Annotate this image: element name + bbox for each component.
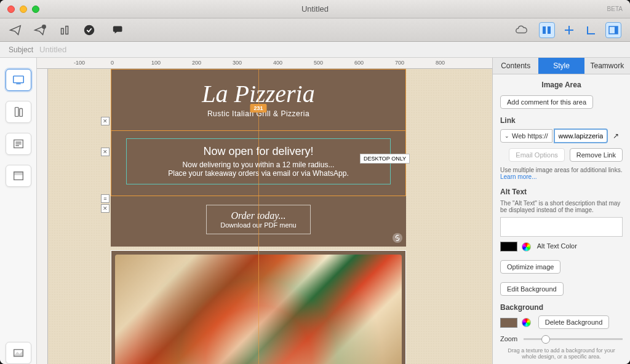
device-rail xyxy=(0,58,37,364)
titlebar: Untitled BETA xyxy=(0,0,630,18)
close-icon[interactable] xyxy=(7,6,15,13)
canvas[interactable]: -100 0 100 200 300 400 500 600 700 800 ✕… xyxy=(37,58,492,364)
ruler-vertical xyxy=(37,69,48,364)
tab-contents[interactable]: Contents xyxy=(493,58,538,74)
chat-icon[interactable] xyxy=(112,23,126,37)
position-badge: 231 xyxy=(250,104,266,113)
bottom-rail-button[interactable] xyxy=(6,342,31,364)
send-icon[interactable] xyxy=(9,23,22,37)
bg-color-swatch[interactable] xyxy=(500,318,517,328)
window-title: Untitled xyxy=(0,4,630,14)
inspector-tabs: Contents Style Teamwork xyxy=(493,58,630,74)
block-handle[interactable]: ≡ xyxy=(101,194,110,203)
svg-rect-5 xyxy=(548,26,551,34)
link-scheme-select[interactable]: ⌄ Web https:// xyxy=(500,129,552,143)
alt-label: Alt Text xyxy=(500,188,623,196)
block-handle[interactable]: ✕ xyxy=(101,204,110,213)
inspector-toggle-icon[interactable] xyxy=(605,22,621,38)
beta-badge: BETA xyxy=(607,6,623,12)
window-controls xyxy=(7,6,39,13)
link-icon xyxy=(393,233,402,243)
svg-point-0 xyxy=(42,25,46,28)
delete-background-button[interactable]: Delete Background xyxy=(538,315,610,329)
zoom-slider[interactable] xyxy=(524,338,623,340)
add-comment-button[interactable]: Add comment for this area xyxy=(500,95,593,109)
svg-point-3 xyxy=(84,25,95,35)
section-title: Image Area xyxy=(500,81,623,89)
ruler-horizontal: -100 0 100 200 300 400 500 600 700 800 xyxy=(37,58,492,69)
learn-more-link[interactable]: Learn more... xyxy=(500,173,623,180)
layout-columns-icon[interactable] xyxy=(539,22,555,38)
layout-toggle-group xyxy=(539,22,621,38)
link-url-input[interactable] xyxy=(554,129,608,143)
link-help-text: Use multiple image areas for additional … xyxy=(500,167,623,173)
app-window: Untitled BETA xyxy=(0,0,630,364)
minimize-icon[interactable] xyxy=(20,6,27,13)
subject-row[interactable]: Subject Untitled xyxy=(0,42,630,58)
email-options-button[interactable]: Email Options xyxy=(509,148,564,162)
svg-rect-4 xyxy=(543,26,546,34)
remove-link-button[interactable]: Remove Link xyxy=(570,148,623,162)
color-picker-icon[interactable] xyxy=(522,242,531,251)
center-guide xyxy=(258,69,259,364)
device-insert-button[interactable] xyxy=(6,165,31,187)
svg-rect-9 xyxy=(615,26,618,34)
alt-color-label: Alt Text Color xyxy=(537,242,577,250)
edit-background-button[interactable]: Edit Background xyxy=(500,282,564,296)
inspector-body: Image Area Add comment for this area Lin… xyxy=(493,74,630,364)
subject-value: Untitled xyxy=(39,45,66,54)
desktop-only-badge: DESKTOP ONLY xyxy=(360,154,410,164)
main-area: -100 0 100 200 300 400 500 600 700 800 ✕… xyxy=(0,58,630,364)
svg-rect-1 xyxy=(62,28,64,34)
background-label: Background xyxy=(500,303,623,312)
svg-rect-10 xyxy=(13,76,23,83)
link-row: ⌄ Web https:// ↗ xyxy=(500,129,623,143)
check-icon[interactable] xyxy=(82,23,96,37)
cloud-icon[interactable] xyxy=(514,23,528,37)
layout-ruler-icon[interactable] xyxy=(583,22,599,38)
svg-rect-12 xyxy=(15,108,18,117)
alt-help-text: The "Alt Text" is a short description th… xyxy=(500,200,623,213)
alt-color-swatch[interactable] xyxy=(500,242,517,251)
zoom-row: Zoom xyxy=(500,335,623,342)
toolbar xyxy=(0,18,630,42)
layout-center-icon[interactable] xyxy=(561,22,577,38)
svg-rect-13 xyxy=(19,109,22,117)
inspector-panel: Contents Style Teamwork Image Area Add c… xyxy=(492,58,630,364)
maximize-icon[interactable] xyxy=(32,6,39,13)
alt-text-input[interactable] xyxy=(500,217,623,237)
svg-rect-19 xyxy=(14,172,23,175)
open-link-icon[interactable]: ↗ xyxy=(609,132,623,140)
optimize-image-button[interactable]: Optimize image xyxy=(500,260,560,274)
analytics-icon[interactable] xyxy=(58,23,71,37)
svg-marker-21 xyxy=(14,351,23,356)
zoom-label: Zoom xyxy=(500,335,517,342)
svg-rect-2 xyxy=(66,26,68,34)
block-handle[interactable]: ✕ xyxy=(101,148,110,156)
color-picker-icon[interactable] xyxy=(522,318,531,327)
bg-help-text: Drag a texture to add a background for y… xyxy=(500,347,623,360)
subject-label: Subject xyxy=(9,46,33,54)
block-handle[interactable]: ✕ xyxy=(101,117,110,125)
device-mobile-button[interactable] xyxy=(6,101,31,123)
tab-teamwork[interactable]: Teamwork xyxy=(584,58,630,74)
device-desktop-button[interactable] xyxy=(6,69,31,91)
send-test-icon[interactable] xyxy=(33,23,47,37)
tab-style[interactable]: Style xyxy=(538,58,584,74)
link-label: Link xyxy=(500,116,623,125)
device-text-button[interactable] xyxy=(6,133,31,155)
